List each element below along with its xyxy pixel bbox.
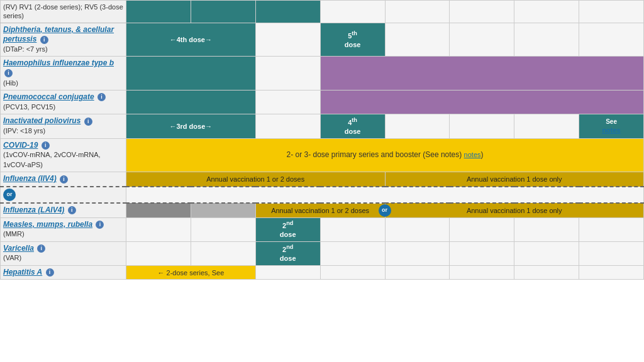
var-empty6	[514, 241, 579, 265]
ipv-empty4	[514, 114, 579, 138]
covid-link[interactable]: COVID-19	[3, 141, 38, 150]
row-pcv: Pneumococcal conjugate i (PCV13, PCV15)	[1, 90, 644, 114]
row-mmr: Measles, mumps, rubella i (MMR) 2nddose	[1, 217, 644, 241]
pcv-empty1	[255, 90, 320, 114]
row-flu-iiv4: Influenza (IIV4) i Annual vaccination 1 …	[1, 172, 644, 187]
dtap-vaccine-cell: Diphtheria, tetanus, & acellular pertuss…	[1, 23, 126, 57]
ipv-vaccine-cell: Inactivated poliovirus i (IPV: <18 yrs)	[1, 114, 126, 138]
rv-cell-1	[126, 1, 191, 23]
dtap-link[interactable]: Diphtheria, tetanus, & acellular pertuss…	[3, 25, 114, 44]
ipv-sub: (IPV: <18 yrs)	[3, 127, 45, 134]
mmr-vaccine-cell: Measles, mumps, rubella i (MMR)	[1, 217, 126, 241]
ipv-dose4: 4thdose	[320, 114, 385, 138]
flu-laiv4-vaccine-cell: Influenza (LAIV4) i	[1, 203, 126, 217]
ipv-link[interactable]: Inactivated poliovirus	[3, 116, 80, 125]
row-ipv: Inactivated poliovirus i (IPV: <18 yrs) …	[1, 114, 644, 138]
dtap-dose5: 5thdose	[320, 23, 385, 57]
covid-sub: (1vCOV-mRNA, 2vCOV-mRNA, 1vCOV-aPS)	[3, 151, 101, 168]
hib-purple	[320, 57, 643, 90]
rv-cell-3	[255, 1, 320, 23]
mmr-empty6	[514, 217, 579, 241]
row-hib: Haemophilus influenzae type b i (Hib)	[1, 57, 644, 90]
covid-dose-text: 2- or 3- dose primary series and booster…	[286, 150, 462, 159]
dtap-empty4	[514, 23, 579, 57]
mmr-link[interactable]: Measles, mumps, rubella	[3, 220, 92, 229]
flu-iiv4-left-cell: Annual vaccination 1 or 2 doses	[126, 172, 386, 187]
row-dtap: Diphtheria, tetanus, & acellular pertuss…	[1, 23, 644, 57]
var-vaccine-cell: Varicella i (VAR)	[1, 241, 126, 265]
covid-notes-link[interactable]: notes	[464, 151, 481, 158]
row-rv: (RV) RV1 (2-dose series); RV5 (3-dose se…	[1, 1, 644, 23]
dtap-empty3	[450, 23, 514, 57]
var-empty5	[450, 241, 514, 265]
rv-cell-5	[385, 1, 450, 23]
hib-link[interactable]: Haemophilus influenzae type b	[3, 58, 114, 67]
or-label-cell: or	[1, 187, 126, 203]
hepa-info-icon[interactable]: i	[46, 268, 54, 277]
var-dose2: 2nddose	[255, 241, 320, 265]
covid-info-icon[interactable]: i	[42, 141, 50, 150]
dtap-empty1	[255, 23, 320, 57]
dtap-empty2	[385, 23, 450, 57]
hepa-link[interactable]: Hepatitis A	[3, 268, 42, 277]
var-sub: (VAR)	[3, 254, 21, 261]
row-hepa: Hepatitis A i ← 2-dose series, See	[1, 265, 644, 280]
var-empty7	[579, 241, 644, 265]
flu-laiv4-info-icon[interactable]: i	[68, 206, 76, 214]
var-empty1	[126, 241, 191, 265]
ipv-info-icon[interactable]: i	[84, 118, 92, 126]
hib-vaccine-cell: Haemophilus influenzae type b i (Hib)	[1, 57, 126, 90]
flu-laiv4-left-cell: Annual vaccination 1 or 2 doses or	[255, 203, 385, 217]
ipv-empty3	[450, 114, 514, 138]
dtap-empty5	[579, 23, 644, 57]
hepa-empty3	[385, 265, 450, 280]
or-badge: or	[3, 189, 16, 201]
mmr-empty3	[320, 217, 385, 241]
mmr-empty5	[450, 217, 514, 241]
flu-iiv4-info-icon[interactable]: i	[60, 175, 68, 184]
dtap-dose4: ←4th dose→	[126, 23, 256, 57]
dtap-sub: (DTaP: <7 yrs)	[3, 45, 48, 53]
var-link[interactable]: Varicella	[3, 244, 34, 253]
pcv-teal	[126, 90, 256, 114]
ipv-empty2	[385, 114, 450, 138]
mmr-sub: (MMR)	[3, 230, 25, 238]
mmr-empty1	[126, 217, 191, 241]
hepa-empty2	[320, 265, 385, 280]
row-or: or	[1, 187, 644, 203]
flu-iiv4-vaccine-cell: Influenza (IIV4) i	[1, 172, 126, 187]
hib-info-icon[interactable]: i	[4, 69, 13, 77]
ipv-see-notes: Seenotes	[579, 114, 644, 138]
hepa-empty1	[255, 265, 320, 280]
rv-cell-2	[191, 1, 255, 23]
hib-sub: (Hib)	[3, 79, 18, 87]
ipv-notes-link[interactable]: notes	[602, 126, 620, 134]
flu-laiv4-link[interactable]: Influenza (LAIV4)	[3, 206, 64, 214]
row-var: Varicella i (VAR) 2nddose	[1, 241, 644, 265]
flu-laiv4-or-badge: or	[379, 204, 391, 217]
hepa-empty6	[579, 265, 644, 280]
pcv-vaccine-cell: Pneumococcal conjugate i (PCV13, PCV15)	[1, 90, 126, 114]
rv-cell-4	[320, 1, 385, 23]
pcv-link[interactable]: Pneumococcal conjugate	[3, 92, 94, 101]
flu-laiv4-right-cell: Annual vaccination 1 dose only	[385, 203, 644, 217]
var-empty2	[191, 241, 255, 265]
row-covid: COVID-19 i (1vCOV-mRNA, 2vCOV-mRNA, 1vCO…	[1, 138, 644, 172]
flu-laiv4-gray1	[126, 203, 191, 217]
ipv-dose3: ←3rd dose→	[126, 114, 256, 138]
flu-laiv4-gray2	[191, 203, 255, 217]
covid-span-cell: 2- or 3- dose primary series and booster…	[126, 138, 644, 172]
dtap-info-icon[interactable]: i	[40, 36, 48, 44]
pcv-purple	[320, 90, 643, 114]
mmr-info-icon[interactable]: i	[96, 221, 104, 229]
flu-iiv4-link[interactable]: Influenza (IIV4)	[3, 174, 57, 183]
hepa-dose-cell: ← 2-dose series, See	[126, 265, 256, 280]
row-flu-laiv4: Influenza (LAIV4) i Annual vaccination 1…	[1, 203, 644, 217]
var-info-icon[interactable]: i	[37, 244, 45, 253]
var-empty4	[385, 241, 450, 265]
or-divider	[126, 187, 644, 203]
pcv-info-icon[interactable]: i	[97, 93, 106, 101]
vaccination-schedule-table: (RV) RV1 (2-dose series); RV5 (3-dose se…	[0, 0, 644, 280]
hepa-empty4	[450, 265, 514, 280]
rv-cell-6	[450, 1, 514, 23]
